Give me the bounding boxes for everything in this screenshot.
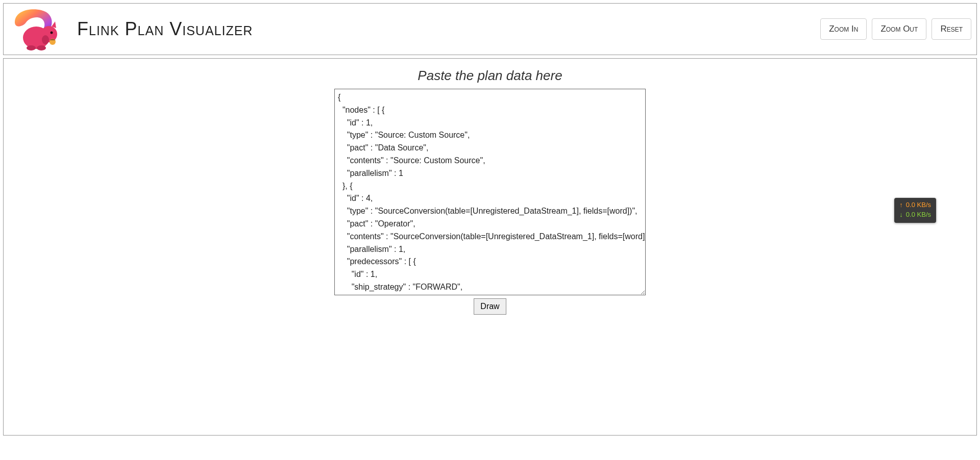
main-panel: Paste the plan data here Draw bbox=[3, 58, 977, 436]
reset-button[interactable]: Reset bbox=[932, 18, 971, 40]
svg-point-2 bbox=[51, 32, 53, 34]
upload-speed: 0.0 KB/s bbox=[906, 200, 931, 210]
header-bar: Flink Plan Visualizer Zoom In Zoom Out R… bbox=[3, 3, 977, 55]
svg-point-6 bbox=[37, 45, 46, 50]
draw-button[interactable]: Draw bbox=[474, 298, 506, 315]
page-scroll-container[interactable]: Flink Plan Visualizer Zoom In Zoom Out R… bbox=[0, 0, 980, 460]
arrow-up-icon: ↑ bbox=[899, 200, 903, 210]
network-speed-widget: ↑ 0.0 KB/s ↓ 0.0 KB/s bbox=[894, 198, 936, 223]
plan-json-textarea[interactable] bbox=[334, 89, 646, 295]
network-upload-row: ↑ 0.0 KB/s bbox=[899, 200, 931, 210]
network-download-row: ↓ 0.0 KB/s bbox=[899, 210, 931, 220]
zoom-in-button[interactable]: Zoom In bbox=[820, 18, 867, 40]
arrow-down-icon: ↓ bbox=[899, 210, 903, 220]
download-speed: 0.0 KB/s bbox=[906, 210, 931, 220]
zoom-out-button[interactable]: Zoom Out bbox=[872, 18, 926, 40]
page-title: Flink Plan Visualizer bbox=[77, 18, 253, 40]
svg-point-3 bbox=[42, 35, 49, 44]
flink-squirrel-logo bbox=[6, 6, 62, 52]
paste-prompt: Paste the plan data here bbox=[9, 68, 971, 84]
svg-point-5 bbox=[27, 45, 36, 50]
